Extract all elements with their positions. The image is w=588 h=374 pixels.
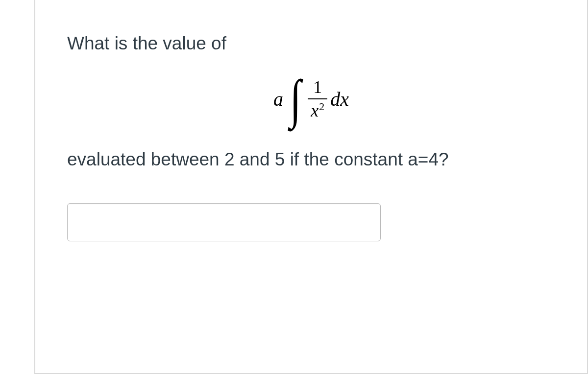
question-line-1: What is the value of — [67, 29, 555, 57]
fraction: 1 x2 — [308, 77, 327, 121]
differential-dx: dx — [330, 88, 349, 111]
denominator-variable: x — [311, 101, 318, 120]
denominator-exponent: 2 — [319, 100, 324, 113]
question-card: What is the value of a ∫ 1 x2 dx evaluat… — [34, 0, 588, 374]
fraction-numerator: 1 — [308, 77, 327, 98]
coefficient-a: a — [273, 88, 283, 111]
fraction-denominator: x2 — [308, 99, 327, 121]
question-line-2: evaluated between 2 and 5 if the constan… — [67, 145, 555, 173]
answer-input[interactable] — [67, 203, 381, 241]
integral-symbol: ∫ — [290, 72, 301, 126]
math-expression: a ∫ 1 x2 dx — [67, 72, 555, 126]
